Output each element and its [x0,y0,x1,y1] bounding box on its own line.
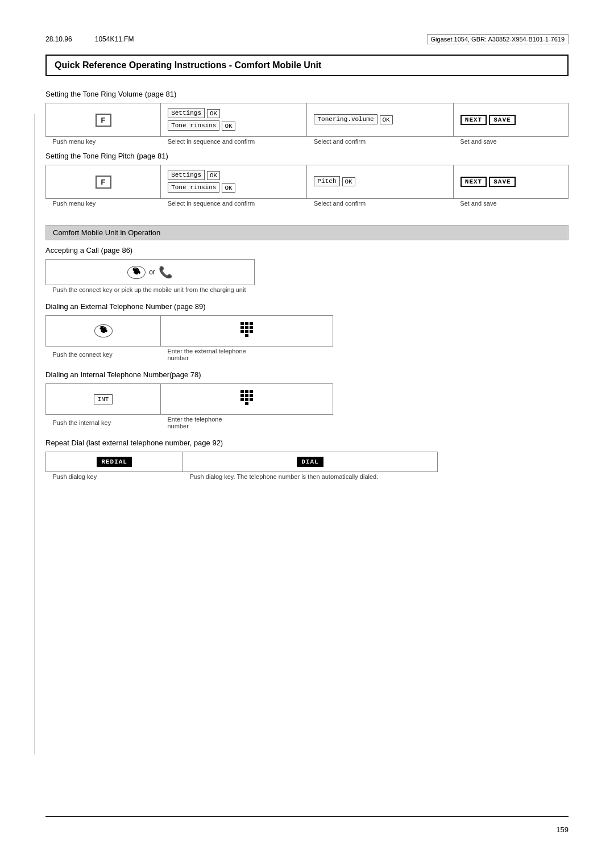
tone-ring-pitch-table: F Settings OK Tone rinsins OK [45,165,569,208]
ext-cap1: Push the connect key [46,347,161,363]
section-tone-ring-pitch-heading: Setting the Tone Ring Pitch (page 81) [45,152,569,160]
step4-cell: NEXT SAVE [453,103,568,137]
pitch-cap1: Push menu key [46,199,161,208]
header-filename: 1054K11.FM [95,35,134,43]
redial-btn: REDIAL [97,457,132,467]
comfort-section-bar: Comfort Mobile Unit in Operation [45,225,569,240]
accepting-call-row: or 📞 [46,260,255,285]
int-cap2: Enter the telephonenumber [161,415,333,431]
pitch-cap3: Select and confirm [307,199,453,208]
pitch-cap4: Set and save [453,199,568,208]
accepting-call-icons-cell: or 📞 [46,260,255,285]
ok-btn-5: OK [222,183,235,193]
dialing-external-captions: Push the connect key Enter the external … [46,347,333,363]
step2-cell: Settings OK Tone rinsins OK [161,103,307,137]
page-container: 28.10.96 1054K11.FM Gigaset 1054, GBR: A… [0,0,614,868]
settings-screen-2: Settings [168,170,205,180]
pitch-step2-cell: Settings OK Tone rinsins OK [161,165,307,199]
svg-rect-10 [240,390,244,393]
pitch-step4-cell: NEXT SAVE [453,165,568,199]
dialing-external-heading: Dialing an External Telephone Number (pa… [45,302,569,311]
svg-rect-8 [250,330,253,333]
main-title: Quick Reference Operating Instructions -… [45,55,569,76]
pickup-icon: 📞 [159,265,173,279]
int-key: INT [94,394,113,404]
f-key-pitch: F [96,176,111,189]
pitch-step3-cell: Pitch OK [307,165,453,199]
dialing-external-row [46,316,333,347]
svg-rect-6 [240,330,244,333]
redial-cell: REDIAL [46,452,183,472]
svg-rect-2 [250,322,253,325]
svg-rect-4 [245,326,248,329]
svg-rect-0 [240,322,244,325]
page-number: 159 [556,825,569,834]
dial-cap: Push dialog key. The telephone number is… [183,472,438,482]
comfort-section: Comfort Mobile Unit in Operation Accepti… [45,225,569,481]
connect-key-icon [127,266,146,279]
pitch-step2-screens: Settings OK Tone rinsins OK [168,170,300,194]
dialing-internal-heading: Dialing an Internal Telephone Number(pag… [45,370,569,379]
svg-rect-11 [245,390,248,393]
page-header: 28.10.96 1054K11.FM Gigaset 1054, GBR: A… [45,34,569,44]
cap2: Select in sequence and confirm [161,137,307,147]
accepting-call-caption: Push the connect key or pick up the mobi… [46,285,255,295]
tone-ring-volume-steps-row: F Settings OK Tone rinsins OK [46,103,569,137]
svg-rect-18 [250,398,253,401]
ok-btn-6: OK [342,177,355,186]
dialing-internal-captions: Push the internal key Enter the telephon… [46,415,333,431]
repeat-dial-row: REDIAL DIAL [46,452,438,472]
svg-rect-14 [245,394,248,397]
dial-cell: DIAL [183,452,438,472]
pitch-step1-cell: F [46,165,161,199]
accepting-call-caption-row: Push the connect key or pick up the mobi… [46,285,255,295]
svg-rect-19 [245,402,248,405]
ext-step1-cell [46,316,161,347]
dialing-internal-row: INT [46,384,333,415]
step1-cell: F [46,103,161,137]
ext-cap2: Enter the external telephonenumber [161,347,333,363]
keypad-icon-1 [240,322,254,340]
repeat-dial-heading: Repeat Dial (last external telephone num… [45,439,569,447]
dialing-internal-table: INT [45,383,333,431]
cap4: Set and save [453,137,568,147]
int-step2-cell [161,384,333,415]
step2-screens: Settings OK Tone rinsins OK [168,108,300,132]
tone-rinsins-screen: Tone rinsins [168,120,219,131]
or-text: or [149,268,155,276]
svg-rect-16 [240,398,244,401]
bottom-divider [45,816,569,817]
section-tone-ring-volume-heading: Setting the Tone Ring Volume (page 81) [45,90,569,98]
redial-cap: Push dialog key [46,472,183,482]
left-margin-mark [34,114,35,754]
keypad-icon-2 [240,390,254,408]
repeat-dial-table: REDIAL DIAL Push dialog key Push dialog … [45,452,438,481]
header-date: 28.10.96 [45,35,72,43]
svg-rect-1 [245,322,248,325]
svg-rect-5 [250,326,253,329]
svg-rect-13 [240,394,244,397]
int-cap1: Push the internal key [46,415,161,431]
tone-rinsins-screen-2: Tone rinsins [168,182,219,193]
next-btn-1: NEXT [460,115,487,125]
ok-btn-2: OK [222,122,235,131]
header-left: 28.10.96 1054K11.FM [45,35,134,43]
svg-rect-7 [245,330,248,333]
ok-btn-4: OK [207,171,220,180]
pitch-cap2: Select in sequence and confirm [161,199,307,208]
tone-ring-volume-table: F Settings OK Tone rinsins OK [45,103,569,146]
svg-rect-15 [250,394,253,397]
int-step1-cell: INT [46,384,161,415]
svg-rect-17 [245,398,248,401]
accepting-call-heading: Accepting a Call (page 86) [45,246,569,254]
svg-rect-3 [240,326,244,329]
svg-rect-9 [245,334,248,337]
settings-screen: Settings [168,108,205,118]
accepting-call-table: or 📞 Push the connect key or pick up the… [45,259,255,294]
ext-connect-key-icon [94,324,113,337]
next-btn-2: NEXT [460,177,487,187]
header-product: Gigaset 1054, GBR: A30852-X954-B101-1-76… [427,34,569,44]
ok-btn-3: OK [380,115,393,124]
tonering-volume-screen: Tonering.volume [314,114,377,124]
tone-ring-volume-captions: Push menu key Select in sequence and con… [46,137,569,147]
